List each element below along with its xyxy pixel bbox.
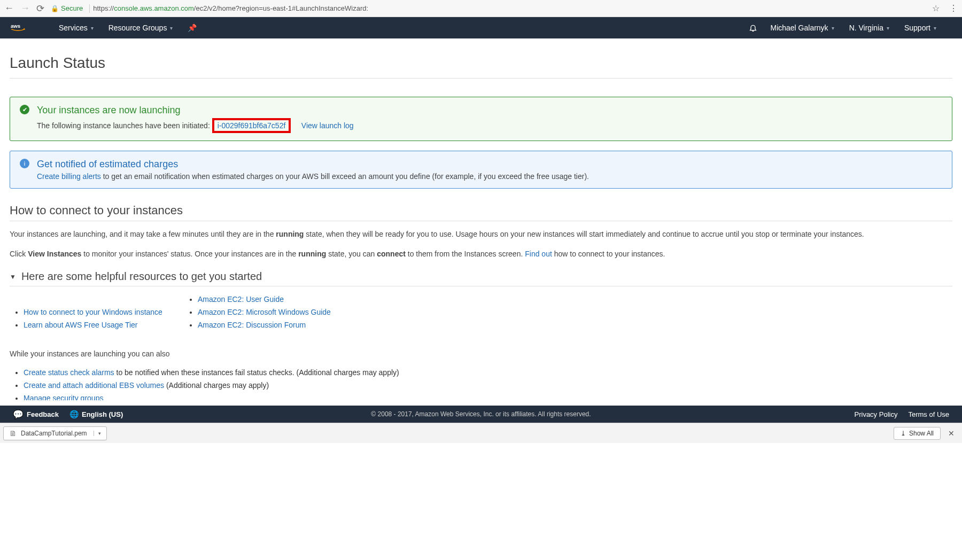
- lock-icon: 🔒: [51, 5, 59, 12]
- chevron-down-icon: ▾: [934, 25, 936, 31]
- separator: [89, 4, 90, 13]
- forward-icon[interactable]: →: [20, 3, 30, 14]
- resource-link[interactable]: How to connect to your Windows instance: [24, 308, 162, 316]
- billing-notice-text: Create billing alerts to get an email no…: [37, 172, 941, 181]
- instance-id-link[interactable]: i-0029f691bf6a7c52f: [218, 121, 286, 130]
- nav-support[interactable]: Support▾: [904, 24, 936, 32]
- instance-id-highlight: i-0029f691bf6a7c52f: [212, 118, 291, 133]
- chevron-down-icon[interactable]: ▾: [94, 431, 101, 436]
- download-bar: 🗎 DataCampTutorial.pem ▾ ⤓ Show All ✕: [0, 423, 962, 443]
- list-item: How to connect to your Windows instance: [24, 308, 162, 316]
- chevron-down-icon: ▾: [91, 25, 94, 31]
- pin-icon[interactable]: 📌: [188, 24, 197, 32]
- resource-link[interactable]: Amazon EC2: Discussion Forum: [198, 321, 306, 329]
- menu-icon[interactable]: ⋮: [949, 3, 958, 13]
- list-item: Create and attach additional EBS volumes…: [24, 381, 952, 390]
- feedback-link[interactable]: Feedback: [27, 410, 59, 418]
- resource-link[interactable]: Learn about AWS Free Usage Tier: [24, 321, 137, 329]
- check-icon: ✔: [20, 105, 29, 114]
- launch-success-text: The following instance launches have bee…: [37, 118, 941, 133]
- create-billing-alerts-link[interactable]: Create billing alerts: [37, 172, 101, 181]
- view-launch-log-link[interactable]: View launch log: [301, 121, 354, 130]
- file-icon: 🗎: [9, 429, 17, 438]
- chevron-down-icon: ▾: [170, 25, 173, 31]
- while-launching-heading: While your instances are launching you c…: [10, 348, 952, 360]
- connect-paragraph-2: Click View Instances to monitor your ins…: [10, 248, 952, 260]
- download-filename: DataCampTutorial.pem: [21, 430, 87, 437]
- list-item: Amazon EC2: Discussion Forum: [198, 321, 331, 329]
- download-arrow-icon: ⤓: [901, 430, 906, 437]
- resources-col2: Amazon EC2: User Guide Amazon EC2: Micro…: [184, 295, 331, 333]
- launch-success-heading: Your instances are now launching: [37, 105, 941, 116]
- resource-link[interactable]: Amazon EC2: User Guide: [198, 295, 284, 304]
- show-all-button[interactable]: ⤓ Show All: [894, 427, 941, 440]
- svg-text:aws: aws: [11, 22, 20, 28]
- connect-heading: How to connect to your instances: [10, 204, 952, 221]
- ebs-volumes-link[interactable]: Create and attach additional EBS volumes: [24, 381, 164, 390]
- bell-icon[interactable]: [749, 24, 757, 32]
- footer-nav: 💬 Feedback 🌐 English (US) © 2008 - 2017,…: [0, 406, 962, 423]
- nav-services[interactable]: Services▾: [59, 24, 94, 32]
- secure-label: Secure: [61, 4, 83, 12]
- chevron-down-icon: ▾: [832, 25, 834, 31]
- nav-region[interactable]: N. Virginia▾: [849, 24, 889, 32]
- resource-link[interactable]: Amazon EC2: Microsoft Windows Guide: [198, 308, 331, 316]
- globe-icon: 🌐: [69, 410, 79, 418]
- back-icon[interactable]: ←: [4, 3, 14, 14]
- triangle-down-icon: ▼: [10, 273, 16, 281]
- security-groups-link[interactable]: Manage security groups: [24, 394, 103, 400]
- speech-bubble-icon: 💬: [13, 409, 24, 419]
- billing-notice-heading: Get notified of estimated charges: [37, 159, 941, 170]
- star-icon[interactable]: ☆: [932, 3, 940, 13]
- find-out-link[interactable]: Find out: [525, 250, 552, 258]
- resources-expander[interactable]: ▼ Here are some helpful resources to get…: [10, 270, 952, 286]
- aws-logo[interactable]: aws: [11, 22, 43, 34]
- download-chip[interactable]: 🗎 DataCampTutorial.pem ▾: [3, 426, 107, 440]
- list-item: Learn about AWS Free Usage Tier: [24, 321, 162, 329]
- status-check-alarms-link[interactable]: Create status check alarms: [24, 368, 114, 377]
- close-icon[interactable]: ✕: [944, 427, 959, 440]
- page-title: Launch Status: [10, 55, 952, 79]
- while-launching-list: Create status check alarms to be notifie…: [10, 368, 952, 400]
- page-content: Launch Status ✔ Your instances are now l…: [0, 38, 962, 400]
- connect-paragraph-1: Your instances are launching, and it may…: [10, 229, 952, 240]
- billing-notice-box: i Get notified of estimated charges Crea…: [10, 151, 952, 189]
- terms-link[interactable]: Terms of Use: [908, 410, 949, 418]
- launch-success-box: ✔ Your instances are now launching The f…: [10, 97, 952, 141]
- list-item: Manage security groups: [24, 394, 952, 400]
- info-icon: i: [20, 159, 29, 168]
- list-item: Create status check alarms to be notifie…: [24, 368, 952, 377]
- resources-col1: How to connect to your Windows instance …: [10, 308, 162, 333]
- list-item: Amazon EC2: User Guide: [198, 295, 331, 304]
- reload-icon[interactable]: ⟳: [36, 3, 44, 14]
- chevron-down-icon: ▾: [887, 25, 889, 31]
- copyright-text: © 2008 - 2017, Amazon Web Services, Inc.…: [371, 410, 591, 418]
- nav-resource-groups[interactable]: Resource Groups▾: [108, 24, 173, 32]
- list-item: Amazon EC2: Microsoft Windows Guide: [198, 308, 331, 316]
- nav-user[interactable]: Michael Galarnyk▾: [770, 24, 834, 32]
- browser-address-bar: ← → ⟳ 🔒 Secure https://console.aws.amazo…: [0, 0, 962, 17]
- resources-columns: How to connect to your Windows instance …: [10, 295, 952, 333]
- aws-top-nav: aws Services▾ Resource Groups▾ 📌 Michael…: [0, 17, 962, 38]
- privacy-policy-link[interactable]: Privacy Policy: [855, 410, 898, 418]
- url-text[interactable]: https://console.aws.amazon.com/ec2/v2/ho…: [93, 4, 368, 12]
- language-selector[interactable]: English (US): [82, 410, 123, 418]
